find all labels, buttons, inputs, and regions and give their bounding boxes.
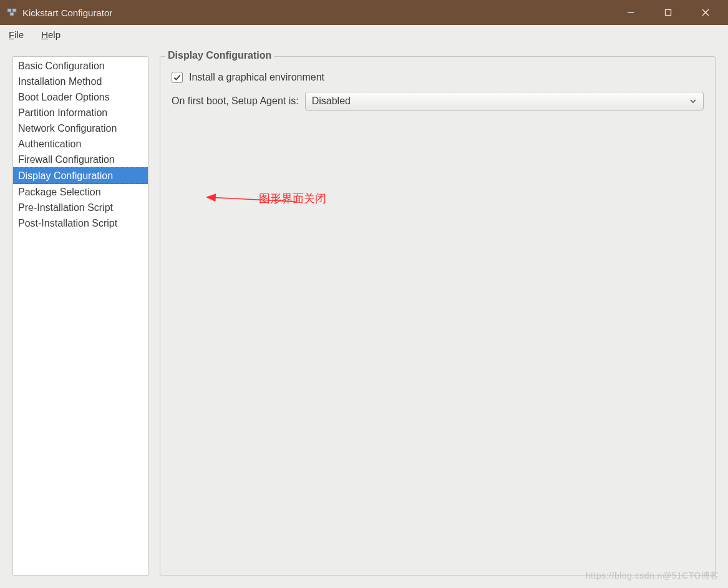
menu-file[interactable]: File [5,28,27,41]
sidebar-item-label: Package Selection [18,187,101,197]
sidebar-item-network-configuration[interactable]: Network Configuration [13,120,148,136]
sidebar-item-label: Pre-Installation Script [18,202,113,213]
window-controls [619,1,722,24]
sidebar-item-label: Boot Loader Options [18,92,110,102]
sidebar-item-package-selection[interactable]: Package Selection [13,184,148,200]
install-graphical-checkbox[interactable] [172,72,183,83]
sidebar-item-label: Partition Information [18,107,107,118]
install-graphical-label: Install a graphical environment [189,72,324,83]
sidebar-item-authentication[interactable]: Authentication [13,136,148,152]
menubar: File Help [0,25,728,45]
window-title: Kickstart Configurator [22,7,112,18]
sidebar-item-post-installation-script[interactable]: Post-Installation Script [13,215,148,231]
sidebar-item-label: Firewall Configuration [18,154,115,165]
sidebar-item-label: Authentication [18,139,81,149]
sidebar-item-partition-information[interactable]: Partition Information [13,105,148,120]
main-panel: Display Configuration Install a graphica… [160,56,716,576]
sidebar-item-firewall-configuration[interactable]: Firewall Configuration [13,152,148,167]
svg-rect-0 [7,9,11,12]
setup-agent-value: Disabled [312,96,351,107]
maximize-button[interactable] [657,1,679,24]
menu-help[interactable]: Help [37,28,64,41]
sidebar-item-label: Installation Method [18,76,102,87]
close-button[interactable] [694,1,717,24]
check-icon [173,74,181,81]
setup-agent-label: On first boot, Setup Agent is: [172,96,299,107]
sidebar-item-display-configuration[interactable]: Display Configuration [13,167,148,184]
svg-rect-4 [666,10,671,16]
sidebar-item-label: Network Configuration [18,123,117,134]
app-icon [6,7,17,18]
svg-rect-1 [12,9,16,12]
sidebar[interactable]: Basic Configuration Installation Method … [12,56,148,576]
chevron-down-icon [689,96,697,107]
sidebar-item-pre-installation-script[interactable]: Pre-Installation Script [13,200,148,215]
svg-rect-2 [10,12,14,16]
sidebar-item-label: Basic Configuration [18,61,105,71]
group-title: Display Configuration [165,50,274,61]
sidebar-item-basic-configuration[interactable]: Basic Configuration [13,58,148,74]
sidebar-item-boot-loader-options[interactable]: Boot Loader Options [13,89,148,105]
sidebar-item-label: Post-Installation Script [18,218,117,228]
minimize-button[interactable] [619,1,642,24]
row-install-graphical: Install a graphical environment [172,72,704,83]
titlebar: Kickstart Configurator [0,0,728,25]
row-setup-agent: On first boot, Setup Agent is: Disabled [172,92,704,110]
sidebar-item-label: Display Configuration [18,170,113,181]
display-configuration-group: Display Configuration Install a graphica… [160,56,716,576]
sidebar-item-installation-method[interactable]: Installation Method [13,74,148,89]
content-area: Basic Configuration Installation Method … [0,45,728,588]
setup-agent-select[interactable]: Disabled [305,92,704,110]
